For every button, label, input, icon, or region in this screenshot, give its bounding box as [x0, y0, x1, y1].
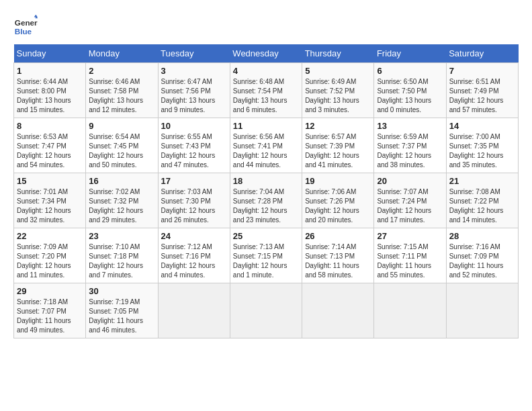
- page-header: General Blue: [13, 13, 519, 38]
- weekday-header: Thursday: [302, 44, 374, 63]
- day-info: Sunrise: 7:16 AMSunset: 7:09 PMDaylight:…: [449, 242, 515, 280]
- day-info: Sunrise: 6:48 AMSunset: 7:54 PMDaylight:…: [233, 77, 299, 115]
- day-number: 17: [161, 176, 227, 186]
- calendar-cell: 16 Sunrise: 7:02 AMSunset: 7:32 PMDaylig…: [86, 173, 158, 228]
- calendar-cell: 26 Sunrise: 7:14 AMSunset: 7:13 PMDaylig…: [302, 228, 374, 283]
- day-number: 24: [161, 231, 227, 241]
- weekday-header: Saturday: [446, 44, 518, 63]
- calendar-cell: 9 Sunrise: 6:54 AMSunset: 7:45 PMDayligh…: [86, 118, 158, 173]
- day-number: 21: [449, 176, 515, 186]
- day-number: 12: [305, 121, 371, 131]
- day-number: 16: [89, 176, 154, 186]
- calendar-header: SundayMondayTuesdayWednesdayThursdayFrid…: [14, 44, 519, 63]
- day-number: 14: [449, 121, 515, 131]
- calendar-cell: 11 Sunrise: 6:56 AMSunset: 7:41 PMDaylig…: [230, 118, 302, 173]
- calendar-cell: 15 Sunrise: 7:01 AMSunset: 7:34 PMDaylig…: [14, 173, 86, 228]
- calendar-cell: 10 Sunrise: 6:55 AMSunset: 7:43 PMDaylig…: [158, 118, 230, 173]
- calendar-cell: [158, 283, 230, 338]
- calendar-cell: 2 Sunrise: 6:46 AMSunset: 7:58 PMDayligh…: [86, 63, 158, 118]
- day-number: 2: [89, 66, 154, 76]
- weekday-header: Monday: [86, 44, 158, 63]
- day-number: 19: [305, 176, 371, 186]
- calendar-week-row: 29 Sunrise: 7:18 AMSunset: 7:07 PMDaylig…: [14, 283, 519, 338]
- day-info: Sunrise: 7:06 AMSunset: 7:26 PMDaylight:…: [305, 187, 371, 225]
- calendar-cell: 8 Sunrise: 6:53 AMSunset: 7:47 PMDayligh…: [14, 118, 86, 173]
- day-number: 15: [17, 176, 83, 186]
- day-number: 30: [89, 286, 154, 296]
- calendar-cell: 25 Sunrise: 7:13 AMSunset: 7:15 PMDaylig…: [230, 228, 302, 283]
- day-info: Sunrise: 6:51 AMSunset: 7:49 PMDaylight:…: [449, 77, 515, 115]
- weekday-header: Friday: [374, 44, 446, 63]
- day-info: Sunrise: 6:46 AMSunset: 7:58 PMDaylight:…: [89, 77, 154, 115]
- calendar-cell: 23 Sunrise: 7:10 AMSunset: 7:18 PMDaylig…: [86, 228, 158, 283]
- calendar-cell: 12 Sunrise: 6:57 AMSunset: 7:39 PMDaylig…: [302, 118, 374, 173]
- calendar-cell: 6 Sunrise: 6:50 AMSunset: 7:50 PMDayligh…: [374, 63, 446, 118]
- calendar-cell: 17 Sunrise: 7:03 AMSunset: 7:30 PMDaylig…: [158, 173, 230, 228]
- day-number: 13: [377, 121, 443, 131]
- day-number: 3: [161, 66, 227, 76]
- svg-text:Blue: Blue: [15, 27, 32, 36]
- svg-text:General: General: [15, 18, 38, 27]
- day-info: Sunrise: 6:59 AMSunset: 7:37 PMDaylight:…: [377, 132, 443, 170]
- calendar-cell: 5 Sunrise: 6:49 AMSunset: 7:52 PMDayligh…: [302, 63, 374, 118]
- day-info: Sunrise: 7:19 AMSunset: 7:05 PMDaylight:…: [89, 298, 154, 335]
- day-number: 29: [17, 286, 83, 296]
- day-info: Sunrise: 7:04 AMSunset: 7:28 PMDaylight:…: [233, 187, 299, 225]
- calendar-cell: 30 Sunrise: 7:19 AMSunset: 7:05 PMDaylig…: [86, 283, 158, 338]
- logo: General Blue: [13, 13, 38, 38]
- day-number: 1: [17, 66, 83, 76]
- calendar-cell: 27 Sunrise: 7:15 AMSunset: 7:11 PMDaylig…: [374, 228, 446, 283]
- day-number: 18: [233, 176, 299, 186]
- day-info: Sunrise: 6:57 AMSunset: 7:39 PMDaylight:…: [305, 132, 371, 170]
- day-info: Sunrise: 6:53 AMSunset: 7:47 PMDaylight:…: [17, 132, 83, 170]
- calendar-cell: 3 Sunrise: 6:47 AMSunset: 7:56 PMDayligh…: [158, 63, 230, 118]
- calendar-cell: 1 Sunrise: 6:44 AMSunset: 8:00 PMDayligh…: [14, 63, 86, 118]
- day-number: 25: [233, 231, 299, 241]
- day-info: Sunrise: 7:14 AMSunset: 7:13 PMDaylight:…: [305, 242, 371, 280]
- day-number: 28: [449, 231, 515, 241]
- calendar-cell: 21 Sunrise: 7:08 AMSunset: 7:22 PMDaylig…: [446, 173, 518, 228]
- calendar-cell: 13 Sunrise: 6:59 AMSunset: 7:37 PMDaylig…: [374, 118, 446, 173]
- day-info: Sunrise: 7:03 AMSunset: 7:30 PMDaylight:…: [161, 187, 227, 225]
- day-number: 8: [17, 121, 83, 131]
- day-info: Sunrise: 6:55 AMSunset: 7:43 PMDaylight:…: [161, 132, 227, 170]
- day-number: 27: [377, 231, 443, 241]
- day-number: 9: [89, 121, 154, 131]
- weekday-header: Wednesday: [230, 44, 302, 63]
- calendar-week-row: 22 Sunrise: 7:09 AMSunset: 7:20 PMDaylig…: [14, 228, 519, 283]
- day-info: Sunrise: 6:56 AMSunset: 7:41 PMDaylight:…: [233, 132, 299, 170]
- calendar-cell: 4 Sunrise: 6:48 AMSunset: 7:54 PMDayligh…: [230, 63, 302, 118]
- day-info: Sunrise: 6:50 AMSunset: 7:50 PMDaylight:…: [377, 77, 443, 115]
- day-info: Sunrise: 6:54 AMSunset: 7:45 PMDaylight:…: [89, 132, 154, 170]
- calendar-cell: 14 Sunrise: 7:00 AMSunset: 7:35 PMDaylig…: [446, 118, 518, 173]
- calendar-cell: [302, 283, 374, 338]
- day-info: Sunrise: 7:15 AMSunset: 7:11 PMDaylight:…: [377, 242, 443, 280]
- weekday-header: Tuesday: [158, 44, 230, 63]
- day-info: Sunrise: 7:02 AMSunset: 7:32 PMDaylight:…: [89, 187, 154, 225]
- day-number: 7: [449, 66, 515, 76]
- day-info: Sunrise: 7:00 AMSunset: 7:35 PMDaylight:…: [449, 132, 515, 170]
- day-number: 20: [377, 176, 443, 186]
- calendar-cell: 18 Sunrise: 7:04 AMSunset: 7:28 PMDaylig…: [230, 173, 302, 228]
- day-info: Sunrise: 7:18 AMSunset: 7:07 PMDaylight:…: [17, 298, 83, 335]
- calendar-cell: 7 Sunrise: 6:51 AMSunset: 7:49 PMDayligh…: [446, 63, 518, 118]
- calendar-cell: 22 Sunrise: 7:09 AMSunset: 7:20 PMDaylig…: [14, 228, 86, 283]
- calendar-cell: [230, 283, 302, 338]
- calendar-week-row: 15 Sunrise: 7:01 AMSunset: 7:34 PMDaylig…: [14, 173, 519, 228]
- logo-icon: General Blue: [13, 13, 38, 38]
- calendar-cell: 29 Sunrise: 7:18 AMSunset: 7:07 PMDaylig…: [14, 283, 86, 338]
- day-info: Sunrise: 7:08 AMSunset: 7:22 PMDaylight:…: [449, 187, 515, 225]
- day-number: 23: [89, 231, 154, 241]
- day-info: Sunrise: 7:01 AMSunset: 7:34 PMDaylight:…: [17, 187, 83, 225]
- day-number: 10: [161, 121, 227, 131]
- svg-marker-3: [34, 15, 38, 17]
- calendar-cell: 28 Sunrise: 7:16 AMSunset: 7:09 PMDaylig…: [446, 228, 518, 283]
- calendar-cell: [446, 283, 518, 338]
- day-info: Sunrise: 7:10 AMSunset: 7:18 PMDaylight:…: [89, 242, 154, 280]
- calendar-table: SundayMondayTuesdayWednesdayThursdayFrid…: [13, 44, 519, 338]
- calendar-week-row: 1 Sunrise: 6:44 AMSunset: 8:00 PMDayligh…: [14, 63, 519, 118]
- day-info: Sunrise: 6:49 AMSunset: 7:52 PMDaylight:…: [305, 77, 371, 115]
- calendar-cell: 20 Sunrise: 7:07 AMSunset: 7:24 PMDaylig…: [374, 173, 446, 228]
- day-info: Sunrise: 7:07 AMSunset: 7:24 PMDaylight:…: [377, 187, 443, 225]
- day-number: 11: [233, 121, 299, 131]
